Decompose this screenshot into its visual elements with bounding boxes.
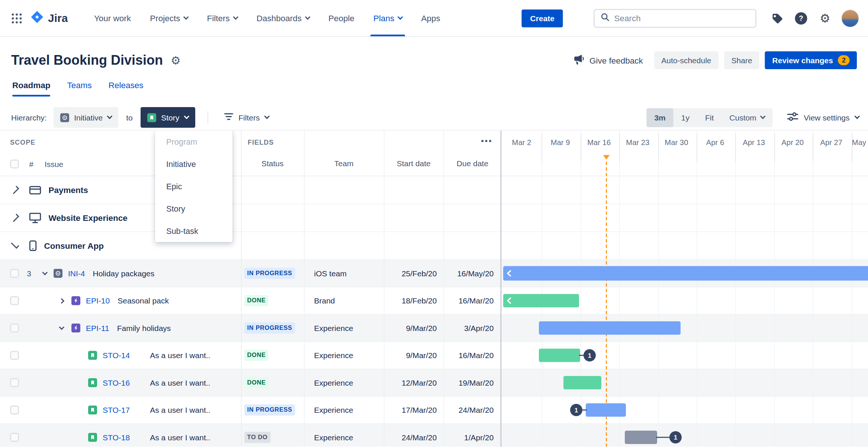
issue-key[interactable]: INI-4 xyxy=(68,269,85,278)
issue-key[interactable]: EPI-11 xyxy=(86,324,109,332)
issue-checkbox[interactable] xyxy=(10,269,19,278)
search-box[interactable] xyxy=(594,9,756,28)
menu-item-story[interactable]: Story xyxy=(155,197,233,220)
select-all-checkbox[interactable] xyxy=(10,160,19,168)
schedule-bar-ini-4[interactable] xyxy=(503,266,868,281)
status-cell[interactable]: IN PROGRESS xyxy=(241,315,304,341)
give-feedback-button[interactable]: Give feedback xyxy=(573,54,643,66)
status-cell[interactable]: DONE xyxy=(241,342,304,369)
start-date-cell[interactable]: 24/Mar/20 xyxy=(384,424,444,447)
due-date-cell[interactable]: 3/Apr/20 xyxy=(444,315,502,341)
plan-settings-gear-icon[interactable]: ⚙ xyxy=(171,55,181,66)
help-icon[interactable]: ? xyxy=(793,12,809,24)
schedule-bar-epi-11[interactable] xyxy=(539,321,681,335)
timeframe-option-1y[interactable]: 1y xyxy=(673,108,697,127)
due-date-cell[interactable]: 16/Mar/20 xyxy=(444,342,502,369)
nav-item-apps[interactable]: Apps xyxy=(412,0,450,36)
group-row-payments[interactable]: Payments xyxy=(0,176,868,204)
group-row-website-experience[interactable]: Website Experience xyxy=(0,204,868,232)
start-date-cell[interactable]: 25/Feb/20 xyxy=(384,260,444,287)
timeframe-option-fit[interactable]: Fit xyxy=(697,108,721,127)
issue-checkbox[interactable] xyxy=(10,406,19,415)
nav-item-projects[interactable]: Projects xyxy=(141,0,197,36)
start-date-cell[interactable]: 9/Mar/20 xyxy=(384,342,444,369)
filters-button[interactable]: Filters xyxy=(220,112,272,123)
nav-item-people[interactable]: People xyxy=(319,0,364,36)
team-cell[interactable]: Brand xyxy=(304,287,384,314)
issue-title[interactable]: As a user I want.. xyxy=(150,378,210,387)
collapse-chevron-icon[interactable] xyxy=(58,327,65,329)
status-cell[interactable]: DONE xyxy=(241,287,304,314)
view-settings-button[interactable]: View settings xyxy=(787,112,859,123)
team-cell[interactable]: iOS team xyxy=(304,260,384,287)
review-changes-button[interactable]: Review changes 2 xyxy=(765,51,857,69)
issue-key[interactable]: STO-18 xyxy=(103,433,130,442)
nav-item-your-work[interactable]: Your work xyxy=(84,0,140,36)
schedule-bar-epi-10[interactable] xyxy=(503,294,579,308)
tag-icon[interactable] xyxy=(769,13,785,24)
timeframe-option-custom[interactable]: Custom xyxy=(721,108,772,127)
hierarchy-from-dropdown[interactable]: Initiative xyxy=(54,107,119,128)
issue-title[interactable]: Seasonal pack xyxy=(118,296,169,305)
app-switcher-icon[interactable] xyxy=(11,13,22,24)
issue-key[interactable]: STO-16 xyxy=(103,378,130,387)
team-cell[interactable]: Experience xyxy=(304,397,384,424)
expand-chevron-icon[interactable] xyxy=(11,214,19,222)
dependency-badge[interactable]: 1 xyxy=(570,404,582,416)
schedule-bar-sto-16[interactable] xyxy=(563,376,601,389)
start-date-cell[interactable]: 17/Mar/20 xyxy=(384,397,444,424)
issue-checkbox[interactable] xyxy=(10,296,19,305)
issue-title[interactable]: Family holidays xyxy=(117,324,171,332)
status-cell[interactable]: IN PROGRESS xyxy=(241,260,304,287)
schedule-bar-sto-17[interactable] xyxy=(586,403,626,417)
expand-chevron-icon[interactable] xyxy=(58,299,65,303)
dependency-badge[interactable]: 1 xyxy=(584,349,596,361)
collapse-chevron-icon[interactable] xyxy=(11,241,19,249)
share-button[interactable]: Share xyxy=(724,51,759,69)
start-date-cell[interactable]: 9/Mar/20 xyxy=(384,315,444,341)
user-avatar[interactable] xyxy=(841,9,859,27)
settings-gear-icon[interactable]: ⚙ xyxy=(817,12,833,24)
issue-checkbox[interactable] xyxy=(10,378,19,387)
search-input[interactable] xyxy=(614,13,750,23)
menu-item-epic[interactable]: Epic xyxy=(155,175,233,197)
team-cell[interactable]: Experience xyxy=(304,342,384,369)
nav-item-plans[interactable]: Plans xyxy=(364,0,412,36)
create-button[interactable]: Create xyxy=(522,9,563,27)
issue-checkbox[interactable] xyxy=(10,433,19,442)
tab-roadmap[interactable]: Roadmap xyxy=(12,80,51,97)
due-date-cell[interactable]: 19/Mar/20 xyxy=(444,369,502,396)
due-date-cell[interactable]: 24/Mar/20 xyxy=(444,397,502,424)
issue-title[interactable]: Holiday packages xyxy=(93,269,155,278)
more-icon[interactable]: ••• xyxy=(481,136,492,145)
due-date-cell[interactable]: 1/Apr/20 xyxy=(444,424,502,447)
group-row-consumer-app[interactable]: Consumer App xyxy=(0,232,868,260)
menu-item-initiative[interactable]: Initiative xyxy=(155,153,233,175)
start-date-cell[interactable]: 12/Mar/20 xyxy=(384,369,444,396)
team-cell[interactable]: Experience xyxy=(304,315,384,341)
issue-title[interactable]: As a user I want.. xyxy=(150,433,210,442)
auto-schedule-button[interactable]: Auto-schedule xyxy=(654,51,718,69)
due-date-cell[interactable]: 16/May/20 xyxy=(444,260,502,287)
due-date-cell[interactable]: 16/Mar/20 xyxy=(444,287,502,314)
issue-key[interactable]: STO-17 xyxy=(103,406,130,415)
schedule-bar-sto-14[interactable] xyxy=(539,349,580,362)
issue-checkbox[interactable] xyxy=(10,351,19,360)
menu-item-sub-task[interactable]: Sub-task xyxy=(155,220,233,242)
jira-logo[interactable]: Jira xyxy=(30,10,68,26)
start-date-cell[interactable]: 18/Feb/20 xyxy=(384,287,444,314)
nav-item-dashboards[interactable]: Dashboards xyxy=(247,0,319,36)
timeframe-option-3m[interactable]: 3m xyxy=(646,108,673,127)
status-cell[interactable]: DONE xyxy=(241,369,304,396)
issue-key[interactable]: STO-14 xyxy=(103,351,130,360)
nav-item-filters[interactable]: Filters xyxy=(197,0,247,36)
status-cell[interactable]: IN PROGRESS xyxy=(241,397,304,424)
expand-chevron-icon[interactable] xyxy=(11,186,19,194)
tab-teams[interactable]: Teams xyxy=(67,80,92,97)
schedule-bar-sto-18[interactable] xyxy=(625,431,657,444)
issue-key[interactable]: EPI-10 xyxy=(86,296,110,305)
team-cell[interactable]: Experience xyxy=(304,369,384,396)
tab-releases[interactable]: Releases xyxy=(109,80,144,97)
status-cell[interactable]: TO DO xyxy=(241,424,304,447)
issue-checkbox[interactable] xyxy=(10,324,19,332)
